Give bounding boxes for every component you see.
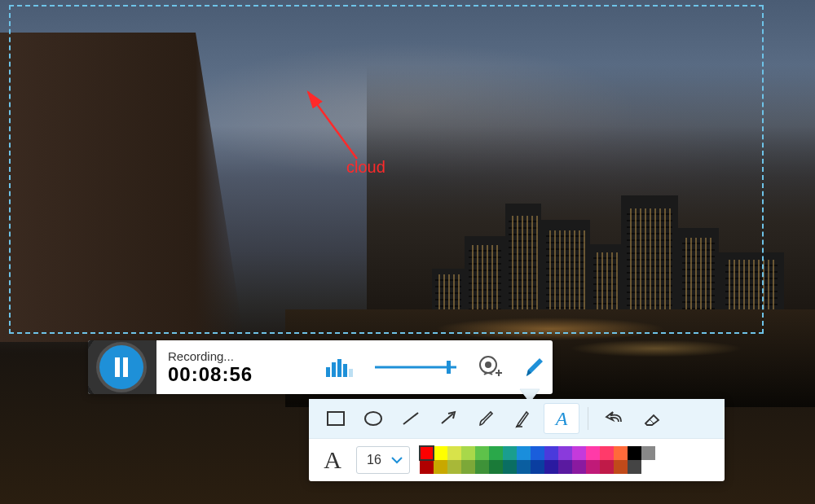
recording-status: Recording... <box>168 349 306 363</box>
color-swatch[interactable] <box>600 446 614 460</box>
svg-rect-2 <box>123 357 128 377</box>
svg-rect-5 <box>337 359 341 377</box>
line-tool[interactable] <box>394 404 428 433</box>
undo-icon <box>603 410 624 427</box>
pause-icon <box>113 357 130 377</box>
color-swatch[interactable] <box>558 460 572 474</box>
color-swatch[interactable] <box>489 460 503 474</box>
draw-button[interactable] <box>523 355 544 379</box>
brush-tool[interactable] <box>469 404 503 433</box>
highlighter-tool[interactable] <box>506 404 540 433</box>
svg-line-16 <box>403 413 418 424</box>
ellipse-icon <box>363 410 383 427</box>
recording-controls <box>88 340 156 394</box>
color-swatch[interactable] <box>572 460 586 474</box>
color-swatch[interactable] <box>447 446 461 460</box>
chevron-down-icon <box>391 456 403 464</box>
volume-slider-icon <box>375 359 456 375</box>
color-swatch[interactable] <box>586 460 600 474</box>
annotation-text[interactable]: cloud <box>346 158 385 177</box>
arrow-tool[interactable] <box>431 404 465 433</box>
eraser-tool[interactable] <box>634 404 668 433</box>
color-palette <box>420 446 655 474</box>
undo-button[interactable] <box>597 404 631 433</box>
svg-rect-6 <box>343 364 347 377</box>
highlighter-icon <box>513 409 533 428</box>
ellipse-tool[interactable] <box>356 404 390 433</box>
color-swatch[interactable] <box>517 446 531 460</box>
color-swatch[interactable] <box>461 460 475 474</box>
capture-selection[interactable] <box>9 5 764 334</box>
recording-time: 00:08:56 <box>168 363 306 386</box>
font-sample: A <box>319 446 346 474</box>
line-icon <box>401 410 421 427</box>
svg-line-19 <box>650 419 654 424</box>
arrow-icon <box>438 410 458 427</box>
text-icon: A <box>556 408 568 430</box>
rectangle-icon <box>326 410 346 427</box>
color-swatch[interactable] <box>586 446 600 460</box>
svg-rect-9 <box>447 361 451 374</box>
annotation-toolbar: A A 16 <box>309 399 725 481</box>
color-swatch[interactable] <box>475 446 489 460</box>
color-swatch[interactable] <box>614 460 628 474</box>
svg-rect-4 <box>332 362 336 377</box>
color-swatch[interactable] <box>628 446 641 460</box>
color-swatch[interactable] <box>447 460 461 474</box>
recording-info: Recording... 00:08:56 <box>156 349 318 386</box>
color-swatch[interactable] <box>600 460 614 474</box>
text-tool[interactable]: A <box>544 403 579 434</box>
pause-button[interactable] <box>99 345 143 389</box>
color-swatch[interactable] <box>420 460 434 474</box>
color-swatch[interactable] <box>641 446 655 460</box>
toolbar-divider <box>588 407 588 430</box>
svg-point-11 <box>485 362 491 368</box>
volume-slider[interactable] <box>375 359 456 375</box>
audio-levels-button[interactable] <box>326 356 354 379</box>
color-swatch[interactable] <box>434 446 447 460</box>
rectangle-tool[interactable] <box>319 404 353 433</box>
color-swatch[interactable] <box>558 446 572 460</box>
webcam-button[interactable] <box>478 355 502 379</box>
pencil-icon <box>523 355 544 379</box>
recording-toolbar: Recording... 00:08:56 <box>88 340 553 394</box>
webcam-icon <box>478 355 502 379</box>
svg-point-15 <box>365 412 381 425</box>
color-swatch[interactable] <box>531 446 544 460</box>
eraser-icon <box>641 410 662 427</box>
svg-rect-14 <box>328 412 344 425</box>
color-swatch[interactable] <box>503 446 517 460</box>
audio-levels-icon <box>326 356 354 379</box>
color-swatch[interactable] <box>544 446 558 460</box>
color-swatch[interactable] <box>489 446 503 460</box>
color-swatch[interactable] <box>641 460 655 474</box>
svg-line-17 <box>442 414 453 423</box>
svg-rect-7 <box>349 369 353 377</box>
color-swatch[interactable] <box>544 460 558 474</box>
font-size-select[interactable]: 16 <box>356 446 410 474</box>
color-swatch[interactable] <box>628 460 641 474</box>
color-swatch[interactable] <box>434 460 447 474</box>
color-swatch[interactable] <box>572 446 586 460</box>
color-swatch[interactable] <box>420 446 434 460</box>
color-swatch[interactable] <box>503 460 517 474</box>
color-swatch[interactable] <box>517 460 531 474</box>
color-swatch[interactable] <box>531 460 544 474</box>
annotation-style-row: A 16 <box>309 439 725 481</box>
svg-rect-1 <box>115 357 120 377</box>
color-swatch[interactable] <box>475 460 489 474</box>
svg-rect-3 <box>326 367 330 377</box>
brush-icon <box>476 409 496 428</box>
color-swatch[interactable] <box>614 446 628 460</box>
color-swatch[interactable] <box>461 446 475 460</box>
annotation-tools-row: A <box>309 399 725 439</box>
font-size-value: 16 <box>367 453 381 467</box>
